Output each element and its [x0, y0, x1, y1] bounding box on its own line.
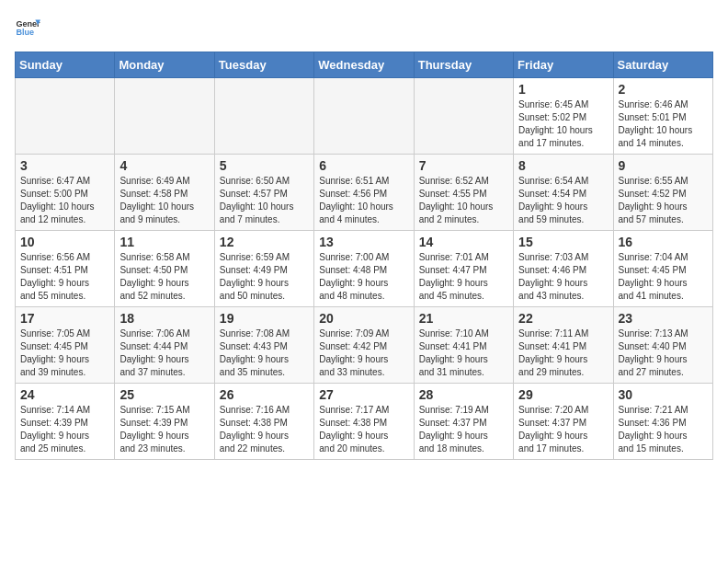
day-info: Sunrise: 7:16 AM Sunset: 4:38 PM Dayligh…	[220, 404, 309, 455]
calendar-cell: 7Sunrise: 6:52 AM Sunset: 4:55 PM Daylig…	[414, 155, 513, 231]
day-number: 8	[518, 158, 608, 173]
weekday-header-sunday: Sunday	[16, 52, 115, 78]
header: General Blue	[15, 15, 713, 40]
day-number: 3	[20, 158, 109, 173]
day-number: 19	[220, 311, 309, 326]
calendar-cell	[414, 78, 513, 155]
day-number: 1	[518, 82, 608, 97]
day-info: Sunrise: 6:55 AM Sunset: 4:52 PM Dayligh…	[619, 175, 708, 226]
calendar-cell: 15Sunrise: 7:03 AM Sunset: 4:46 PM Dayli…	[514, 231, 613, 307]
calendar-cell: 3Sunrise: 6:47 AM Sunset: 5:00 PM Daylig…	[16, 155, 115, 231]
day-info: Sunrise: 7:09 AM Sunset: 4:42 PM Dayligh…	[319, 327, 408, 379]
week-row-2: 3Sunrise: 6:47 AM Sunset: 5:00 PM Daylig…	[16, 155, 713, 231]
day-info: Sunrise: 6:56 AM Sunset: 4:51 PM Dayligh…	[20, 251, 109, 303]
calendar-cell: 23Sunrise: 7:13 AM Sunset: 4:40 PM Dayli…	[613, 307, 712, 384]
day-number: 10	[20, 235, 109, 249]
day-info: Sunrise: 6:45 AM Sunset: 5:02 PM Dayligh…	[518, 98, 608, 150]
day-info: Sunrise: 7:06 AM Sunset: 4:44 PM Dayligh…	[119, 327, 209, 379]
calendar-cell: 16Sunrise: 7:04 AM Sunset: 4:45 PM Dayli…	[613, 231, 712, 307]
day-number: 24	[20, 387, 109, 402]
calendar-cell	[214, 78, 313, 155]
day-info: Sunrise: 7:19 AM Sunset: 4:37 PM Dayligh…	[419, 404, 508, 455]
day-number: 6	[319, 158, 408, 173]
weekday-header-saturday: Saturday	[613, 52, 712, 78]
calendar-body: 1Sunrise: 6:45 AM Sunset: 5:02 PM Daylig…	[16, 78, 713, 460]
day-number: 25	[119, 387, 209, 402]
day-info: Sunrise: 6:50 AM Sunset: 4:57 PM Dayligh…	[220, 175, 309, 226]
calendar-cell: 20Sunrise: 7:09 AM Sunset: 4:42 PM Dayli…	[314, 307, 414, 384]
day-info: Sunrise: 6:58 AM Sunset: 4:50 PM Dayligh…	[119, 251, 209, 303]
day-number: 7	[419, 158, 508, 173]
calendar-cell: 14Sunrise: 7:01 AM Sunset: 4:47 PM Dayli…	[414, 231, 513, 307]
weekday-header-row: SundayMondayTuesdayWednesdayThursdayFrid…	[16, 52, 713, 78]
day-info: Sunrise: 7:14 AM Sunset: 4:39 PM Dayligh…	[20, 404, 109, 455]
week-row-1: 1Sunrise: 6:45 AM Sunset: 5:02 PM Daylig…	[16, 78, 713, 155]
calendar-cell: 24Sunrise: 7:14 AM Sunset: 4:39 PM Dayli…	[16, 384, 115, 460]
day-number: 29	[518, 387, 608, 402]
day-number: 26	[220, 387, 309, 402]
day-info: Sunrise: 6:51 AM Sunset: 4:56 PM Dayligh…	[319, 175, 408, 226]
day-info: Sunrise: 7:13 AM Sunset: 4:40 PM Dayligh…	[619, 327, 708, 379]
day-number: 13	[319, 235, 408, 249]
day-number: 21	[419, 311, 508, 326]
day-info: Sunrise: 7:04 AM Sunset: 4:45 PM Dayligh…	[619, 251, 708, 303]
day-number: 11	[119, 235, 209, 249]
day-info: Sunrise: 7:05 AM Sunset: 4:45 PM Dayligh…	[20, 327, 109, 379]
calendar-cell: 21Sunrise: 7:10 AM Sunset: 4:41 PM Dayli…	[414, 307, 513, 384]
week-row-5: 24Sunrise: 7:14 AM Sunset: 4:39 PM Dayli…	[16, 384, 713, 460]
day-number: 17	[20, 311, 109, 326]
day-number: 18	[119, 311, 209, 326]
day-info: Sunrise: 7:20 AM Sunset: 4:37 PM Dayligh…	[518, 404, 608, 455]
calendar-cell: 17Sunrise: 7:05 AM Sunset: 4:45 PM Dayli…	[16, 307, 115, 384]
day-number: 4	[119, 158, 209, 173]
calendar-cell: 5Sunrise: 6:50 AM Sunset: 4:57 PM Daylig…	[214, 155, 313, 231]
day-number: 27	[319, 387, 408, 402]
day-number: 20	[319, 311, 408, 326]
calendar-cell: 2Sunrise: 6:46 AM Sunset: 5:01 PM Daylig…	[613, 78, 712, 155]
weekday-header-friday: Friday	[514, 52, 613, 78]
calendar-cell	[314, 78, 414, 155]
weekday-header-monday: Monday	[115, 52, 214, 78]
calendar-cell: 29Sunrise: 7:20 AM Sunset: 4:37 PM Dayli…	[514, 384, 613, 460]
day-number: 22	[518, 311, 608, 326]
day-info: Sunrise: 6:59 AM Sunset: 4:49 PM Dayligh…	[220, 251, 309, 303]
calendar-cell	[16, 78, 115, 155]
day-info: Sunrise: 6:52 AM Sunset: 4:55 PM Dayligh…	[419, 175, 508, 226]
calendar-cell: 30Sunrise: 7:21 AM Sunset: 4:36 PM Dayli…	[613, 384, 712, 460]
calendar-cell	[115, 78, 214, 155]
day-info: Sunrise: 7:21 AM Sunset: 4:36 PM Dayligh…	[619, 404, 708, 455]
weekday-header-thursday: Thursday	[414, 52, 513, 78]
day-number: 9	[619, 158, 708, 173]
weekday-header-wednesday: Wednesday	[314, 52, 414, 78]
day-number: 15	[518, 235, 608, 249]
calendar-cell: 8Sunrise: 6:54 AM Sunset: 4:54 PM Daylig…	[514, 155, 613, 231]
day-number: 2	[619, 82, 708, 97]
day-info: Sunrise: 7:10 AM Sunset: 4:41 PM Dayligh…	[419, 327, 508, 379]
calendar-cell: 12Sunrise: 6:59 AM Sunset: 4:49 PM Dayli…	[214, 231, 313, 307]
logo-icon: General Blue	[15, 15, 40, 40]
day-info: Sunrise: 6:46 AM Sunset: 5:01 PM Dayligh…	[619, 98, 708, 150]
day-number: 12	[220, 235, 309, 249]
calendar-cell: 28Sunrise: 7:19 AM Sunset: 4:37 PM Dayli…	[414, 384, 513, 460]
calendar-cell: 19Sunrise: 7:08 AM Sunset: 4:43 PM Dayli…	[214, 307, 313, 384]
day-info: Sunrise: 7:08 AM Sunset: 4:43 PM Dayligh…	[220, 327, 309, 379]
calendar-header: SundayMondayTuesdayWednesdayThursdayFrid…	[16, 52, 713, 78]
calendar-cell: 10Sunrise: 6:56 AM Sunset: 4:51 PM Dayli…	[16, 231, 115, 307]
day-info: Sunrise: 6:47 AM Sunset: 5:00 PM Dayligh…	[20, 175, 109, 226]
svg-text:Blue: Blue	[16, 28, 34, 37]
day-info: Sunrise: 7:17 AM Sunset: 4:38 PM Dayligh…	[319, 404, 408, 455]
calendar-cell: 11Sunrise: 6:58 AM Sunset: 4:50 PM Dayli…	[115, 231, 214, 307]
calendar-cell: 9Sunrise: 6:55 AM Sunset: 4:52 PM Daylig…	[613, 155, 712, 231]
calendar-cell: 25Sunrise: 7:15 AM Sunset: 4:39 PM Dayli…	[115, 384, 214, 460]
calendar-table: SundayMondayTuesdayWednesdayThursdayFrid…	[15, 52, 713, 460]
day-number: 5	[220, 158, 309, 173]
day-info: Sunrise: 7:03 AM Sunset: 4:46 PM Dayligh…	[518, 251, 608, 303]
calendar-cell: 27Sunrise: 7:17 AM Sunset: 4:38 PM Dayli…	[314, 384, 414, 460]
day-info: Sunrise: 7:11 AM Sunset: 4:41 PM Dayligh…	[518, 327, 608, 379]
day-info: Sunrise: 7:00 AM Sunset: 4:48 PM Dayligh…	[319, 251, 408, 303]
weekday-header-tuesday: Tuesday	[214, 52, 313, 78]
day-info: Sunrise: 6:54 AM Sunset: 4:54 PM Dayligh…	[518, 175, 608, 226]
calendar-cell: 26Sunrise: 7:16 AM Sunset: 4:38 PM Dayli…	[214, 384, 313, 460]
day-info: Sunrise: 6:49 AM Sunset: 4:58 PM Dayligh…	[119, 175, 209, 226]
day-number: 30	[619, 387, 708, 402]
